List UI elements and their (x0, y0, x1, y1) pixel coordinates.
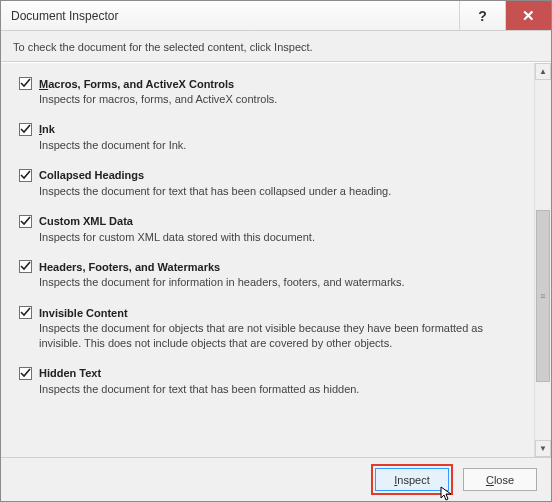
option-title: Hidden Text (39, 367, 101, 379)
titlebar: Document Inspector ? ✕ (1, 1, 551, 31)
scroll-track[interactable] (535, 80, 551, 440)
scroll-thumb[interactable] (536, 210, 550, 383)
scroll-up-button[interactable]: ▲ (535, 63, 551, 80)
option-title: Invisible Content (39, 307, 128, 319)
content-area: Macros, Forms, and ActiveX Controls Insp… (1, 62, 551, 457)
instruction-text: To check the document for the selected c… (1, 31, 551, 62)
inspect-highlight: Inspect (371, 464, 453, 495)
checkbox-invisible-content[interactable] (19, 306, 32, 319)
chevron-up-icon: ▲ (539, 67, 547, 76)
document-inspector-dialog: Document Inspector ? ✕ To check the docu… (0, 0, 552, 502)
option-desc: Inspects the document for text that has … (39, 184, 499, 199)
option-ink: Ink Inspects the document for Ink. (19, 117, 528, 163)
checkbox-headers-footers[interactable] (19, 260, 32, 273)
option-desc: Inspects the document for objects that a… (39, 321, 499, 351)
option-hidden-text: Hidden Text Inspects the document for te… (19, 361, 528, 407)
option-macros: Macros, Forms, and ActiveX Controls Insp… (19, 71, 528, 117)
chevron-down-icon: ▼ (539, 444, 547, 453)
close-button[interactable]: Close (463, 468, 537, 491)
checkbox-hidden-text[interactable] (19, 367, 32, 380)
option-desc: Inspects the document for information in… (39, 275, 499, 290)
checkbox-collapsed-headings[interactable] (19, 169, 32, 182)
inspect-button[interactable]: Inspect (375, 468, 449, 491)
option-title: Ink (39, 123, 55, 135)
option-title: Macros, Forms, and ActiveX Controls (39, 78, 234, 90)
option-headers-footers: Headers, Footers, and Watermarks Inspect… (19, 254, 528, 300)
vertical-scrollbar[interactable]: ▲ ▼ (534, 63, 551, 457)
checkbox-ink[interactable] (19, 123, 32, 136)
option-desc: Inspects the document for Ink. (39, 138, 499, 153)
scroll-down-button[interactable]: ▼ (535, 440, 551, 457)
option-title: Collapsed Headings (39, 169, 144, 181)
dialog-footer: Inspect Close (1, 457, 551, 501)
option-invisible-content: Invisible Content Inspects the document … (19, 300, 528, 361)
option-desc: Inspects for custom XML data stored with… (39, 230, 499, 245)
option-title: Custom XML Data (39, 215, 133, 227)
option-title: Headers, Footers, and Watermarks (39, 261, 220, 273)
option-desc: Inspects the document for text that has … (39, 382, 499, 397)
checkbox-custom-xml[interactable] (19, 215, 32, 228)
help-button[interactable]: ? (459, 1, 505, 30)
dialog-title: Document Inspector (1, 1, 459, 30)
help-icon: ? (478, 8, 487, 24)
option-collapsed-headings: Collapsed Headings Inspects the document… (19, 163, 528, 209)
titlebar-close-button[interactable]: ✕ (505, 1, 551, 30)
checkbox-macros[interactable] (19, 77, 32, 90)
option-custom-xml: Custom XML Data Inspects for custom XML … (19, 209, 528, 255)
options-list: Macros, Forms, and ActiveX Controls Insp… (1, 63, 534, 457)
close-icon: ✕ (522, 7, 535, 25)
option-desc: Inspects for macros, forms, and ActiveX … (39, 92, 499, 107)
